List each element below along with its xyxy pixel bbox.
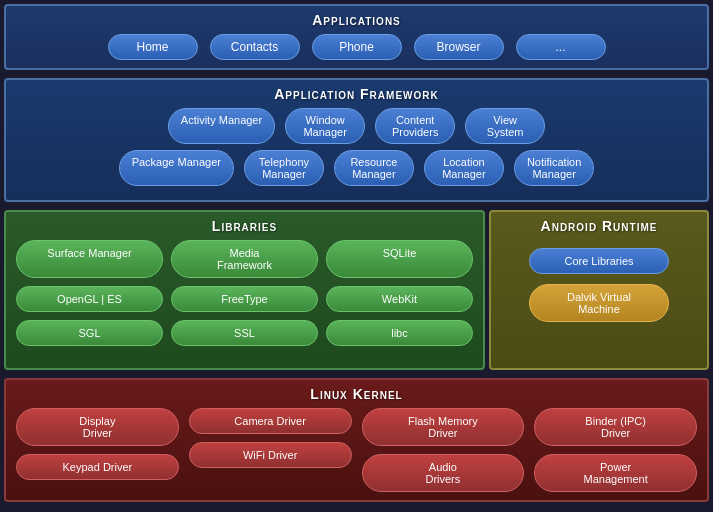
kernel-audio-drivers[interactable]: AudioDrivers	[362, 454, 525, 492]
lib-webkit[interactable]: WebKit	[326, 286, 473, 312]
framework-content-providers[interactable]: ContentProviders	[375, 108, 455, 144]
applications-title: Applications	[16, 12, 697, 28]
framework-activity-manager[interactable]: Activity Manager	[168, 108, 275, 144]
kernel-binder-ipc-driver[interactable]: Binder (IPC)Driver	[534, 408, 697, 446]
framework-window-manager[interactable]: WindowManager	[285, 108, 365, 144]
lib-ssl[interactable]: SSL	[171, 320, 318, 346]
kernel-display-driver[interactable]: DisplayDriver	[16, 408, 179, 446]
libraries-grid: Surface Manager MediaFramework SQLite Op…	[16, 240, 473, 346]
framework-resource-manager[interactable]: ResourceManager	[334, 150, 414, 186]
framework-location-manager[interactable]: LocationManager	[424, 150, 504, 186]
lib-libc[interactable]: libc	[326, 320, 473, 346]
applications-section: Applications Home Contacts Phone Browser…	[4, 4, 709, 70]
lib-surface-manager[interactable]: Surface Manager	[16, 240, 163, 278]
kernel-wifi-driver[interactable]: WiFi Driver	[189, 442, 352, 468]
lib-sqlite[interactable]: SQLite	[326, 240, 473, 278]
framework-notification-manager[interactable]: NotificationManager	[514, 150, 594, 186]
lib-sgl[interactable]: SGL	[16, 320, 163, 346]
kernel-camera-driver[interactable]: Camera Driver	[189, 408, 352, 434]
kernel-power-management[interactable]: PowerManagement	[534, 454, 697, 492]
app-btn-browser[interactable]: Browser	[414, 34, 504, 60]
framework-package-manager[interactable]: Package Manager	[119, 150, 234, 186]
lib-opengl[interactable]: OpenGL | ES	[16, 286, 163, 312]
app-btn-phone[interactable]: Phone	[312, 34, 402, 60]
kernel-col2: Camera Driver WiFi Driver	[189, 408, 352, 492]
kernel-col3: Flash MemoryDriver AudioDrivers	[362, 408, 525, 492]
android-runtime-title: Android Runtime	[541, 218, 658, 234]
lib-freetype[interactable]: FreeType	[171, 286, 318, 312]
runtime-core-libraries[interactable]: Core Libraries	[529, 248, 669, 274]
kernel-col4: Binder (IPC)Driver PowerManagement	[534, 408, 697, 492]
framework-row2: Package Manager TelephonyManager Resourc…	[16, 150, 697, 186]
android-runtime-section: Android Runtime Core Libraries Dalvik Vi…	[489, 210, 709, 370]
framework-telephony-manager[interactable]: TelephonyManager	[244, 150, 324, 186]
app-btn-more[interactable]: ...	[516, 34, 606, 60]
kernel-col1: DisplayDriver Keypad Driver	[16, 408, 179, 492]
runtime-dalvik[interactable]: Dalvik VirtualMachine	[529, 284, 669, 322]
kernel-keypad-driver[interactable]: Keypad Driver	[16, 454, 179, 480]
framework-title: Application Framework	[16, 86, 697, 102]
app-btn-contacts[interactable]: Contacts	[210, 34, 300, 60]
lib-media-framework[interactable]: MediaFramework	[171, 240, 318, 278]
app-btn-home[interactable]: Home	[108, 34, 198, 60]
libraries-section: Libraries Surface Manager MediaFramework…	[4, 210, 485, 370]
framework-section: Application Framework Activity Manager W…	[4, 78, 709, 202]
app-buttons-row: Home Contacts Phone Browser ...	[16, 34, 697, 60]
kernel-section: Linux Kernel DisplayDriver Keypad Driver…	[4, 378, 709, 502]
libraries-title: Libraries	[16, 218, 473, 234]
kernel-flash-memory-driver[interactable]: Flash MemoryDriver	[362, 408, 525, 446]
kernel-title: Linux Kernel	[16, 386, 697, 402]
middle-section: Libraries Surface Manager MediaFramework…	[4, 210, 709, 370]
framework-row1: Activity Manager WindowManager ContentPr…	[16, 108, 697, 144]
framework-view-system[interactable]: ViewSystem	[465, 108, 545, 144]
